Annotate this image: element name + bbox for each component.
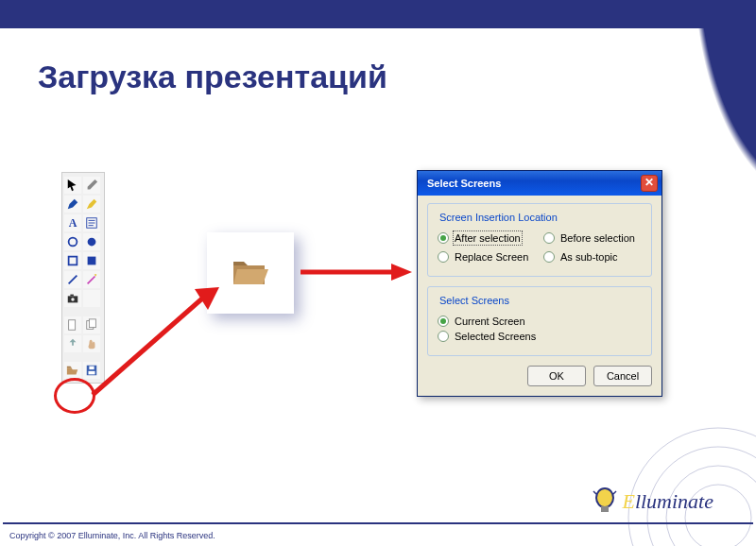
text-icon[interactable]: A xyxy=(64,214,81,231)
group-legend: Screen Insertion Location xyxy=(436,212,561,223)
radio-as-subtopic[interactable]: As sub-topic xyxy=(543,251,642,263)
pencil-icon[interactable] xyxy=(64,196,81,213)
dialog-buttons: OK Cancel xyxy=(427,366,652,386)
radio-icon xyxy=(543,251,555,263)
radio-icon xyxy=(543,232,555,244)
cancel-button[interactable]: Cancel xyxy=(593,366,652,386)
page-title: Загрузка презентаций xyxy=(38,59,387,95)
radio-label: After selection xyxy=(455,232,521,244)
save-icon[interactable] xyxy=(83,362,100,379)
eyedropper-icon[interactable] xyxy=(83,177,100,194)
ok-button[interactable]: OK xyxy=(527,366,586,386)
radio-current-screen[interactable]: Current Screen xyxy=(438,316,642,327)
radio-label: Replace Screen xyxy=(455,251,528,263)
svg-point-11 xyxy=(71,298,75,301)
svg-rect-18 xyxy=(89,367,94,370)
hand-icon[interactable] xyxy=(83,335,100,352)
svg-point-5 xyxy=(88,238,96,247)
svg-line-8 xyxy=(69,276,77,284)
select-screens-group: Select Screens Current Screen Selected S… xyxy=(427,286,652,356)
radio-label: Before selection xyxy=(560,232,635,244)
circle-fill-icon[interactable] xyxy=(83,233,100,250)
stack-icon[interactable] xyxy=(83,316,100,333)
wand-icon[interactable] xyxy=(83,271,100,288)
share-icon[interactable] xyxy=(64,335,81,352)
lightbulb-icon xyxy=(592,487,618,516)
tool-palette: A xyxy=(61,172,105,384)
dialog-body: Screen Insertion Location After selectio… xyxy=(418,196,662,396)
footer-divider xyxy=(3,522,753,524)
radio-icon xyxy=(438,251,449,263)
svg-line-20 xyxy=(93,299,202,395)
square-outline-icon[interactable] xyxy=(64,252,81,269)
svg-rect-17 xyxy=(89,371,95,375)
radio-icon xyxy=(438,331,449,342)
radio-icon xyxy=(438,316,449,327)
separator xyxy=(64,309,102,315)
separator xyxy=(64,354,102,360)
camera-icon[interactable] xyxy=(64,290,81,307)
radio-before-selection[interactable]: Before selection xyxy=(543,232,642,244)
radio-selected-screens[interactable]: Selected Screens xyxy=(438,331,642,342)
logo-text: Elluminate xyxy=(622,489,713,514)
svg-rect-26 xyxy=(601,506,609,512)
svg-line-9 xyxy=(88,277,95,284)
radio-label: Current Screen xyxy=(455,316,525,327)
radio-after-selection[interactable]: After selection xyxy=(438,232,536,244)
textbox-icon[interactable] xyxy=(83,214,100,231)
svg-rect-7 xyxy=(88,257,96,265)
highlighter-icon[interactable] xyxy=(83,196,100,213)
circle-outline-icon[interactable] xyxy=(64,233,81,250)
svg-rect-15 xyxy=(89,319,95,328)
svg-rect-6 xyxy=(69,257,77,265)
svg-rect-12 xyxy=(70,295,74,297)
insertion-location-group: Screen Insertion Location After selectio… xyxy=(427,203,652,277)
radio-label: As sub-topic xyxy=(560,251,618,263)
close-button[interactable]: ✕ xyxy=(641,175,658,192)
folder-icon-large xyxy=(207,232,294,314)
svg-line-27 xyxy=(593,491,596,494)
blank-icon xyxy=(83,290,100,307)
group-legend: Select Screens xyxy=(436,295,513,306)
line-icon[interactable] xyxy=(64,271,81,288)
arrow-icon xyxy=(299,262,414,282)
copyright-text: Copyright © 2007 Elluminate, Inc. All Ri… xyxy=(9,531,215,540)
svg-rect-13 xyxy=(69,320,76,331)
svg-line-28 xyxy=(613,491,616,494)
svg-point-25 xyxy=(596,488,613,507)
select-screens-dialog: Select Screens ✕ Screen Insertion Locati… xyxy=(417,170,662,397)
doc-icon[interactable] xyxy=(64,316,81,333)
dialog-titlebar: Select Screens ✕ xyxy=(418,171,662,196)
radio-replace-screen[interactable]: Replace Screen xyxy=(438,251,536,263)
folder-open-icon xyxy=(231,256,270,290)
square-fill-icon[interactable] xyxy=(83,252,100,269)
pointer-icon[interactable] xyxy=(64,177,81,194)
radio-label: Selected Screens xyxy=(455,331,536,342)
folder-open-icon[interactable] xyxy=(64,362,81,379)
radio-icon xyxy=(438,232,449,244)
dialog-title: Select Screens xyxy=(427,178,501,189)
elluminate-logo: Elluminate xyxy=(592,487,713,516)
arrow-icon xyxy=(87,285,221,401)
svg-point-4 xyxy=(69,238,77,247)
